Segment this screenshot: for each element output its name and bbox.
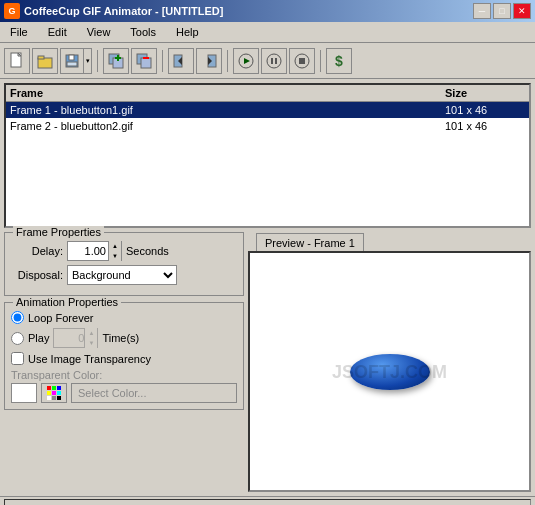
play-spinner: ▲ ▼ xyxy=(53,328,98,348)
delay-spinner[interactable]: ▲ ▼ xyxy=(67,241,122,261)
right-panel: Preview - Frame 1 JSOFTJ.COM xyxy=(248,232,531,492)
svg-point-20 xyxy=(267,54,281,68)
add-frame-button[interactable] xyxy=(103,48,129,74)
color-row: Select Color... xyxy=(11,383,237,403)
loop-forever-radio[interactable] xyxy=(11,311,24,324)
separator-2 xyxy=(162,50,163,72)
play-button[interactable] xyxy=(233,48,259,74)
open-button[interactable] xyxy=(32,48,58,74)
frame-2-size: 101 x 46 xyxy=(445,120,525,132)
frame-2-name: Frame 2 - bluebutton2.gif xyxy=(10,120,445,132)
left-panel: Frame Properties Delay: ▲ ▼ Seconds Disp… xyxy=(4,232,244,492)
title-bar: G CoffeeCup GIF Animator - [UNTITLED] ─ … xyxy=(0,0,535,22)
menu-view[interactable]: View xyxy=(81,24,117,40)
svg-rect-29 xyxy=(52,391,56,395)
remove-frame-button[interactable] xyxy=(131,48,157,74)
separator-4 xyxy=(320,50,321,72)
delay-arrows: ▲ ▼ xyxy=(108,241,121,261)
play-radio[interactable] xyxy=(11,332,24,345)
move-right-button[interactable] xyxy=(196,48,222,74)
frame-properties-title: Frame Properties xyxy=(13,226,104,238)
preview-tab[interactable]: Preview - Frame 1 xyxy=(256,233,364,252)
separator-3 xyxy=(227,50,228,72)
svg-rect-5 xyxy=(69,55,74,60)
color-grid-button[interactable] xyxy=(41,383,67,403)
disposal-row: Disposal: Do Not Dispose Background Prev… xyxy=(11,265,237,285)
delay-input[interactable] xyxy=(68,245,108,257)
delay-up-arrow[interactable]: ▲ xyxy=(109,241,121,251)
frame-list-area: Frame Size Frame 1 - bluebutton1.gif 101… xyxy=(4,83,531,228)
menu-edit[interactable]: Edit xyxy=(42,24,73,40)
preview-tab-label: Preview - Frame 1 xyxy=(265,237,355,249)
times-label: Time(s) xyxy=(102,332,139,344)
svg-rect-26 xyxy=(52,386,56,390)
select-color-button[interactable]: Select Color... xyxy=(71,383,237,403)
play-down-arrow: ▼ xyxy=(85,338,97,348)
play-arrows: ▲ ▼ xyxy=(84,328,97,348)
size-column-header: Size xyxy=(445,87,525,99)
svg-rect-28 xyxy=(47,391,51,395)
svg-rect-27 xyxy=(57,386,61,390)
seconds-label: Seconds xyxy=(126,245,169,257)
svg-rect-24 xyxy=(299,58,305,64)
transparency-row: Use Image Transparency xyxy=(11,352,237,365)
menu-help[interactable]: Help xyxy=(170,24,205,40)
loop-forever-label: Loop Forever xyxy=(28,312,93,324)
status-bar xyxy=(0,496,535,505)
frame-list-header: Frame Size xyxy=(6,85,529,102)
window-controls: ─ □ ✕ xyxy=(473,3,531,19)
minimize-button[interactable]: ─ xyxy=(473,3,491,19)
pause-button[interactable] xyxy=(261,48,287,74)
svg-rect-21 xyxy=(271,58,273,64)
status-panel xyxy=(4,499,531,506)
svg-rect-25 xyxy=(47,386,51,390)
play-times-input xyxy=(54,332,84,344)
svg-rect-3 xyxy=(38,56,44,59)
window-title: CoffeeCup GIF Animator - [UNTITLED] xyxy=(24,5,223,17)
svg-rect-30 xyxy=(57,391,61,395)
color-swatch xyxy=(11,383,37,403)
play-label: Play xyxy=(28,332,49,344)
maximize-button[interactable]: □ xyxy=(493,3,511,19)
svg-rect-6 xyxy=(67,62,77,66)
frame-1-size: 101 x 46 xyxy=(445,104,525,116)
play-row: Play ▲ ▼ Time(s) xyxy=(11,328,237,348)
save-button-main[interactable] xyxy=(61,48,83,74)
frame-column-header: Frame xyxy=(10,87,445,99)
close-button[interactable]: ✕ xyxy=(513,3,531,19)
transparent-color-label-row: Transparent Color: xyxy=(11,369,237,381)
svg-rect-33 xyxy=(57,396,61,400)
animation-properties-title: Animation Properties xyxy=(13,296,121,308)
frame-row-2[interactable]: Frame 2 - bluebutton2.gif 101 x 46 xyxy=(6,118,529,134)
frame-properties-group: Frame Properties Delay: ▲ ▼ Seconds Disp… xyxy=(4,232,244,296)
menu-tools[interactable]: Tools xyxy=(124,24,162,40)
new-button[interactable] xyxy=(4,48,30,74)
play-up-arrow: ▲ xyxy=(85,328,97,338)
delay-down-arrow[interactable]: ▼ xyxy=(109,251,121,261)
transparent-color-label: Transparent Color: xyxy=(11,369,102,381)
move-left-button[interactable] xyxy=(168,48,194,74)
svg-rect-31 xyxy=(47,396,51,400)
menu-file[interactable]: File xyxy=(4,24,34,40)
svg-rect-32 xyxy=(52,396,56,400)
save-button-group[interactable]: ▾ xyxy=(60,48,92,74)
svg-marker-19 xyxy=(244,58,250,64)
frame-1-name: Frame 1 - bluebutton1.gif xyxy=(10,104,445,116)
menu-bar: File Edit View Tools Help xyxy=(0,22,535,43)
save-dropdown-arrow[interactable]: ▾ xyxy=(83,48,91,74)
bottom-section: Frame Properties Delay: ▲ ▼ Seconds Disp… xyxy=(4,232,531,492)
frame-row-1[interactable]: Frame 1 - bluebutton1.gif 101 x 46 xyxy=(6,102,529,118)
svg-rect-22 xyxy=(275,58,277,64)
toolbar: ▾ $ xyxy=(0,43,535,79)
title-bar-left: G CoffeeCup GIF Animator - [UNTITLED] xyxy=(4,3,223,19)
app-icon: G xyxy=(4,3,20,19)
stop-button[interactable] xyxy=(289,48,315,74)
dollar-button[interactable]: $ xyxy=(326,48,352,74)
svg-rect-12 xyxy=(141,58,151,68)
transparency-label: Use Image Transparency xyxy=(28,353,151,365)
loop-forever-row: Loop Forever xyxy=(11,311,237,324)
separator-1 xyxy=(97,50,98,72)
disposal-select[interactable]: Do Not Dispose Background Previous xyxy=(67,265,177,285)
transparency-checkbox[interactable] xyxy=(11,352,24,365)
frame-preview-image xyxy=(350,354,430,390)
